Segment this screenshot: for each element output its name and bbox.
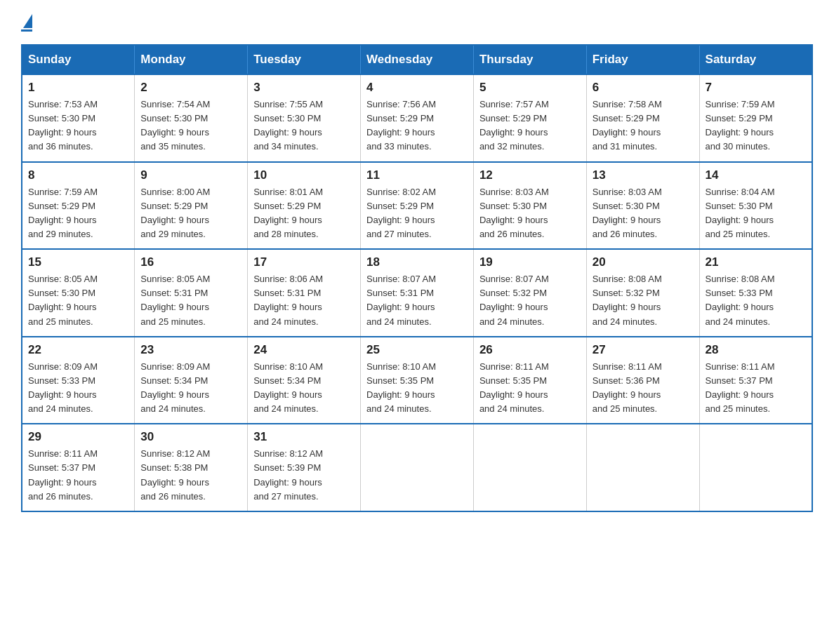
day-number: 21 [706, 255, 806, 269]
calendar-header-row: SundayMondayTuesdayWednesdayThursdayFrid… [22, 45, 812, 74]
logo-underline [21, 29, 32, 32]
day-info: Sunrise: 8:05 AM Sunset: 5:30 PM Dayligh… [28, 272, 128, 329]
day-info: Sunrise: 8:06 AM Sunset: 5:31 PM Dayligh… [253, 272, 355, 329]
logo-triangle-icon [23, 14, 32, 28]
calendar-cell: 1 Sunrise: 7:53 AM Sunset: 5:30 PM Dayli… [22, 74, 135, 162]
day-info: Sunrise: 8:04 AM Sunset: 5:30 PM Dayligh… [706, 185, 806, 242]
calendar-cell: 24 Sunrise: 8:10 AM Sunset: 5:34 PM Dayl… [248, 337, 361, 424]
calendar-cell: 11 Sunrise: 8:02 AM Sunset: 5:29 PM Dayl… [361, 162, 474, 250]
day-info: Sunrise: 8:09 AM Sunset: 5:33 PM Dayligh… [28, 360, 128, 417]
calendar-cell: 15 Sunrise: 8:05 AM Sunset: 5:30 PM Dayl… [22, 249, 135, 337]
calendar-week-row: 15 Sunrise: 8:05 AM Sunset: 5:30 PM Dayl… [22, 249, 812, 337]
day-info: Sunrise: 8:11 AM Sunset: 5:37 PM Dayligh… [28, 447, 128, 504]
calendar-cell: 5 Sunrise: 7:57 AM Sunset: 5:29 PM Dayli… [473, 74, 586, 162]
day-info: Sunrise: 7:53 AM Sunset: 5:30 PM Dayligh… [28, 98, 128, 154]
day-number: 9 [140, 168, 241, 182]
calendar-cell: 30 Sunrise: 8:12 AM Sunset: 5:38 PM Dayl… [135, 424, 248, 511]
day-number: 22 [28, 343, 128, 357]
day-info: Sunrise: 7:56 AM Sunset: 5:29 PM Dayligh… [366, 98, 468, 154]
calendar-cell: 31 Sunrise: 8:12 AM Sunset: 5:39 PM Dayl… [248, 424, 361, 511]
calendar-cell: 20 Sunrise: 8:08 AM Sunset: 5:32 PM Dayl… [586, 249, 699, 337]
day-info: Sunrise: 8:05 AM Sunset: 5:31 PM Dayligh… [140, 272, 241, 329]
day-info: Sunrise: 8:07 AM Sunset: 5:31 PM Dayligh… [366, 272, 468, 329]
day-number: 10 [253, 168, 355, 182]
calendar-table: SundayMondayTuesdayWednesdayThursdayFrid… [21, 44, 813, 512]
page-header [21, 14, 813, 32]
day-number: 15 [28, 255, 128, 269]
calendar-cell: 12 Sunrise: 8:03 AM Sunset: 5:30 PM Dayl… [473, 162, 586, 250]
day-number: 27 [593, 343, 694, 357]
day-number: 4 [366, 81, 468, 95]
day-info: Sunrise: 7:55 AM Sunset: 5:30 PM Dayligh… [253, 98, 355, 154]
day-info: Sunrise: 7:57 AM Sunset: 5:29 PM Dayligh… [479, 98, 581, 154]
day-info: Sunrise: 7:59 AM Sunset: 5:29 PM Dayligh… [706, 98, 806, 154]
day-number: 3 [253, 81, 355, 95]
day-info: Sunrise: 8:11 AM Sunset: 5:37 PM Dayligh… [706, 360, 806, 417]
calendar-week-row: 29 Sunrise: 8:11 AM Sunset: 5:37 PM Dayl… [22, 424, 812, 511]
day-info: Sunrise: 8:00 AM Sunset: 5:29 PM Dayligh… [140, 185, 241, 242]
column-header-friday: Friday [586, 45, 699, 74]
calendar-cell [586, 424, 699, 511]
calendar-cell: 6 Sunrise: 7:58 AM Sunset: 5:29 PM Dayli… [586, 74, 699, 162]
calendar-week-row: 1 Sunrise: 7:53 AM Sunset: 5:30 PM Dayli… [22, 74, 812, 162]
day-number: 20 [593, 255, 694, 269]
calendar-cell: 2 Sunrise: 7:54 AM Sunset: 5:30 PM Dayli… [135, 74, 248, 162]
column-header-saturday: Saturday [699, 45, 812, 74]
calendar-cell [361, 424, 474, 511]
day-number: 2 [140, 81, 241, 95]
calendar-cell: 22 Sunrise: 8:09 AM Sunset: 5:33 PM Dayl… [22, 337, 135, 424]
day-number: 5 [479, 81, 581, 95]
column-header-wednesday: Wednesday [361, 45, 474, 74]
calendar-cell: 7 Sunrise: 7:59 AM Sunset: 5:29 PM Dayli… [699, 74, 812, 162]
column-header-thursday: Thursday [473, 45, 586, 74]
calendar-cell: 27 Sunrise: 8:11 AM Sunset: 5:36 PM Dayl… [586, 337, 699, 424]
day-number: 19 [479, 255, 581, 269]
day-number: 26 [479, 343, 581, 357]
calendar-cell: 16 Sunrise: 8:05 AM Sunset: 5:31 PM Dayl… [135, 249, 248, 337]
calendar-cell: 17 Sunrise: 8:06 AM Sunset: 5:31 PM Dayl… [248, 249, 361, 337]
day-info: Sunrise: 8:11 AM Sunset: 5:35 PM Dayligh… [479, 360, 581, 417]
day-info: Sunrise: 8:08 AM Sunset: 5:33 PM Dayligh… [706, 272, 806, 329]
calendar-cell: 3 Sunrise: 7:55 AM Sunset: 5:30 PM Dayli… [248, 74, 361, 162]
day-info: Sunrise: 8:12 AM Sunset: 5:38 PM Dayligh… [140, 447, 241, 504]
day-number: 24 [253, 343, 355, 357]
day-number: 7 [706, 81, 806, 95]
calendar-cell: 14 Sunrise: 8:04 AM Sunset: 5:30 PM Dayl… [699, 162, 812, 250]
calendar-cell: 23 Sunrise: 8:09 AM Sunset: 5:34 PM Dayl… [135, 337, 248, 424]
calendar-cell: 13 Sunrise: 8:03 AM Sunset: 5:30 PM Dayl… [586, 162, 699, 250]
day-info: Sunrise: 8:09 AM Sunset: 5:34 PM Dayligh… [140, 360, 241, 417]
column-header-tuesday: Tuesday [248, 45, 361, 74]
day-number: 1 [28, 81, 128, 95]
day-info: Sunrise: 7:58 AM Sunset: 5:29 PM Dayligh… [593, 98, 694, 154]
calendar-week-row: 22 Sunrise: 8:09 AM Sunset: 5:33 PM Dayl… [22, 337, 812, 424]
calendar-cell: 9 Sunrise: 8:00 AM Sunset: 5:29 PM Dayli… [135, 162, 248, 250]
calendar-cell: 18 Sunrise: 8:07 AM Sunset: 5:31 PM Dayl… [361, 249, 474, 337]
day-info: Sunrise: 8:08 AM Sunset: 5:32 PM Dayligh… [593, 272, 694, 329]
calendar-cell: 29 Sunrise: 8:11 AM Sunset: 5:37 PM Dayl… [22, 424, 135, 511]
calendar-cell: 28 Sunrise: 8:11 AM Sunset: 5:37 PM Dayl… [699, 337, 812, 424]
day-number: 6 [593, 81, 694, 95]
day-info: Sunrise: 8:02 AM Sunset: 5:29 PM Dayligh… [366, 185, 468, 242]
day-number: 14 [706, 168, 806, 182]
day-number: 31 [253, 430, 355, 444]
day-info: Sunrise: 7:54 AM Sunset: 5:30 PM Dayligh… [140, 98, 241, 154]
day-info: Sunrise: 8:10 AM Sunset: 5:35 PM Dayligh… [366, 360, 468, 417]
day-info: Sunrise: 8:12 AM Sunset: 5:39 PM Dayligh… [253, 447, 355, 504]
day-info: Sunrise: 8:07 AM Sunset: 5:32 PM Dayligh… [479, 272, 581, 329]
day-number: 16 [140, 255, 241, 269]
day-number: 29 [28, 430, 128, 444]
day-number: 30 [140, 430, 241, 444]
day-number: 13 [593, 168, 694, 182]
calendar-week-row: 8 Sunrise: 7:59 AM Sunset: 5:29 PM Dayli… [22, 162, 812, 250]
day-info: Sunrise: 8:03 AM Sunset: 5:30 PM Dayligh… [593, 185, 694, 242]
calendar-cell [699, 424, 812, 511]
logo [21, 14, 32, 32]
day-number: 11 [366, 168, 468, 182]
day-number: 12 [479, 168, 581, 182]
column-header-monday: Monday [135, 45, 248, 74]
day-info: Sunrise: 8:11 AM Sunset: 5:36 PM Dayligh… [593, 360, 694, 417]
column-header-sunday: Sunday [22, 45, 135, 74]
calendar-cell: 4 Sunrise: 7:56 AM Sunset: 5:29 PM Dayli… [361, 74, 474, 162]
day-number: 25 [366, 343, 468, 357]
calendar-cell: 21 Sunrise: 8:08 AM Sunset: 5:33 PM Dayl… [699, 249, 812, 337]
